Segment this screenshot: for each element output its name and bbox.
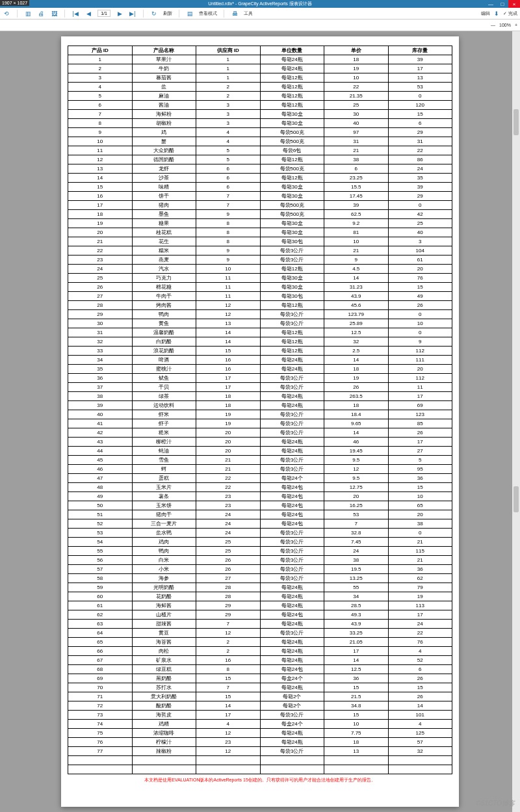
table-cell: 4 [68, 83, 133, 92]
table-cell: 26 [388, 301, 452, 310]
table-row: 61海鲜酱29每箱24瓶28.5113 [68, 601, 452, 610]
table-cell: 每箱30盒 [260, 119, 324, 128]
maximize-button[interactable]: □ [497, 0, 508, 8]
table-row: 64黄豆12每袋3公斤33.2522 [68, 629, 452, 638]
edit-button[interactable]: 编辑 [481, 10, 490, 17]
table-cell: 白米 [132, 556, 196, 565]
table-cell: 71 [68, 692, 133, 701]
table-cell: 6 [68, 101, 133, 110]
table-cell: 每箱24包 [260, 610, 324, 620]
export-icon[interactable]: 🖶 [231, 10, 239, 18]
table-cell: 18 [68, 210, 133, 219]
back-icon[interactable]: ⟲ [3, 10, 10, 18]
table-cell: 41 [68, 419, 133, 428]
table-row: 66肉松2每箱24瓶174 [68, 647, 452, 656]
close-button[interactable]: × [508, 0, 520, 8]
table-cell: 25 [196, 547, 261, 556]
first-page-icon[interactable]: |◀ [72, 10, 79, 18]
table-cell: 25.89 [324, 319, 389, 328]
print-icon[interactable]: 🖨 [37, 10, 45, 18]
table-cell [68, 756, 133, 765]
table-cell: 29 [68, 310, 133, 319]
table-cell: 31 [68, 328, 133, 337]
table-cell: 17 [388, 610, 452, 620]
refresh-icon[interactable]: ↻ [150, 10, 158, 18]
table-cell: 31 [324, 137, 389, 146]
table-cell: 每箱24瓶 [260, 64, 324, 73]
table-cell: 23 [196, 492, 261, 501]
table-cell: 每箱24包 [260, 510, 324, 519]
table-row: 69黑奶酪15每盒24个3626 [68, 674, 452, 683]
gallery-icon[interactable]: 🖼 [50, 10, 58, 18]
table-cell: 20 [196, 447, 261, 456]
table-row: 41虾子19每袋3公斤9.6585 [68, 419, 452, 428]
minimize-button[interactable]: — [485, 0, 497, 8]
table-cell: 8 [196, 665, 261, 674]
table-cell: 每袋3公斤 [260, 456, 324, 465]
table-cell: 每箱24个 [260, 474, 324, 483]
table-cell: 每袋500克 [260, 201, 324, 210]
report-table: 产品 ID产品名称供应商 ID单位数量单价库存量 1苹果汁1每箱24瓶18392… [68, 46, 452, 774]
download-icon[interactable]: ⬇ [493, 10, 500, 18]
table-cell: 53 [324, 510, 389, 519]
page-input[interactable] [98, 10, 110, 17]
table-cell: 1 [196, 73, 261, 83]
table-cell: 每箱12瓶 [260, 328, 324, 337]
separator [179, 10, 179, 18]
table-cell: 6 [388, 119, 452, 128]
table-cell: 盐水鸭 [132, 529, 196, 538]
table-cell: 每箱24包 [260, 483, 324, 492]
table-cell: 38 [68, 392, 133, 401]
table-cell: 11 [196, 274, 261, 283]
table-cell: 34 [68, 356, 133, 365]
table-cell: 每袋3公斤 [260, 255, 324, 265]
table-row: 52三合一麦片24每箱24包738 [68, 519, 452, 529]
table-cell: 矿泉水 [132, 656, 196, 665]
table-cell: 4 [196, 720, 261, 729]
done-button[interactable]: ✓ 完成 [503, 10, 517, 17]
table-cell: 74 [68, 720, 133, 729]
table-row: 56白米26每袋3公斤3821 [68, 556, 452, 565]
table-cell: 31.23 [324, 283, 389, 292]
table-cell: 32 [324, 337, 389, 347]
refresh-label[interactable]: 刷新 [163, 10, 172, 17]
table-row: 34啤酒16每箱24瓶14111 [68, 356, 452, 365]
table-cell: 13 [324, 747, 389, 756]
table-cell: 3 [196, 119, 261, 128]
table-cell: 14 [196, 328, 261, 337]
table-cell: 每箱30盒 [260, 283, 324, 292]
zoom-plus[interactable]: + [515, 23, 517, 27]
table-cell: 柳橙汁 [132, 438, 196, 447]
table-cell: 每箱30盒 [260, 192, 324, 201]
table-cell: 蟹 [132, 137, 196, 146]
table-row: 13龙虾6每袋500克624 [68, 164, 452, 174]
table-cell: 13 [388, 73, 452, 83]
prev-page-icon[interactable]: ◀ [84, 10, 92, 18]
viewmode-label[interactable]: 查看模式 [199, 10, 217, 17]
zoom-minus[interactable]: — [491, 23, 495, 27]
table-cell: 15 [196, 692, 261, 701]
table-cell: 19 [324, 374, 389, 383]
table-cell: 11 [68, 146, 133, 155]
table-cell: 45 [68, 456, 133, 465]
table-cell: 115 [388, 547, 452, 556]
table-cell: 每袋3公斤 [260, 383, 324, 392]
table-cell: 每箱12瓶 [260, 337, 324, 347]
next-page-icon[interactable]: ▶ [116, 10, 124, 18]
table-cell: 汽水 [132, 265, 196, 274]
last-page-icon[interactable]: ▶| [129, 10, 136, 18]
table-cell: 鸡 [132, 128, 196, 137]
zoom-level[interactable]: 100% [499, 23, 511, 27]
table-cell: 每箱12瓶 [260, 347, 324, 356]
table-cell: 22 [388, 146, 452, 155]
table-cell: 26 [196, 565, 261, 574]
sidebar-toggle-icon[interactable]: ▥ [24, 10, 32, 18]
table-cell: 66 [68, 647, 133, 656]
tools-label[interactable]: 工具 [244, 10, 253, 17]
table-cell: 57 [68, 565, 133, 574]
table-row: 16饼干7每箱30盒17.4529 [68, 192, 452, 201]
viewmode-icon[interactable]: ▤ [186, 10, 194, 18]
vertical-scrollbar[interactable] [512, 31, 520, 812]
table-cell: 每箱24包 [260, 501, 324, 510]
table-row: 71意大利奶酪15每箱2个21.526 [68, 692, 452, 701]
